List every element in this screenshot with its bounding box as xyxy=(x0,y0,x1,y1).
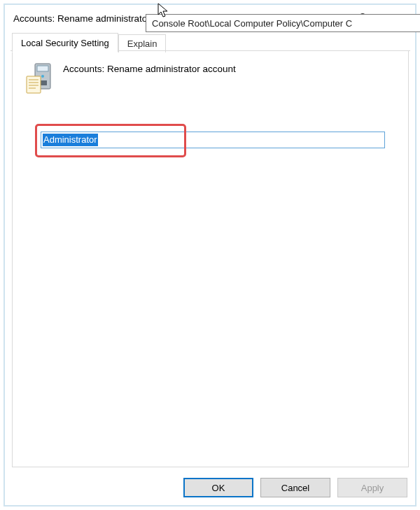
svg-rect-6 xyxy=(27,76,41,93)
properties-dialog: Accounts: Rename administrator account P… xyxy=(10,6,410,501)
mouse-cursor-icon xyxy=(158,3,170,20)
tab-panel-local-security: Accounts: Rename administrator account A… xyxy=(12,51,409,467)
tab-local-security-setting[interactable]: Local Security Setting xyxy=(12,33,118,52)
apply-button[interactable]: Apply xyxy=(337,478,407,497)
cancel-button[interactable]: Cancel xyxy=(260,478,330,497)
tab-explain[interactable]: Explain xyxy=(118,34,167,52)
svg-rect-3 xyxy=(37,66,48,71)
policy-icon xyxy=(25,62,55,94)
dialog-button-row: OK Cancel Apply xyxy=(10,473,410,501)
svg-point-4 xyxy=(41,75,44,78)
policy-heading: Accounts: Rename administrator account xyxy=(63,62,236,74)
breadcrumb-tooltip: Console Root\Local Computer Policy\Compu… xyxy=(146,14,420,32)
ok-button[interactable]: OK xyxy=(183,478,253,497)
administrator-name-input[interactable] xyxy=(41,132,385,148)
tab-strip: Local Security Setting Explain xyxy=(10,30,410,51)
